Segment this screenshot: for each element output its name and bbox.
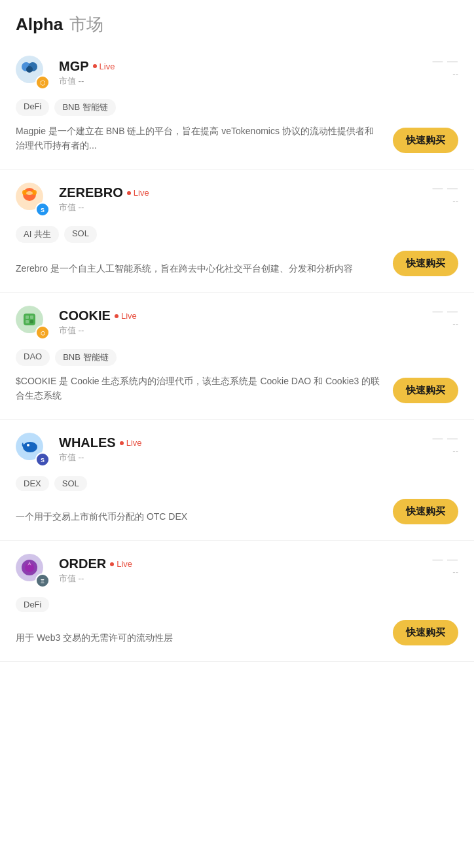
right-value-whales: -- [452, 446, 458, 456]
name-row-whales: WHALES Live [59, 435, 142, 450]
card-body-order: 用于 Web3 交易的无需许可的流动性层 快速购买 [16, 620, 458, 645]
token-name-order: ORDER [59, 556, 106, 571]
more-icon-mgp[interactable]: — — [433, 56, 458, 67]
card-right-whales: — — -- [433, 433, 458, 456]
name-row-zerebro: ZEREBRO Live [59, 185, 149, 200]
tags-row-order: DeFi [16, 597, 458, 612]
name-row-mgp: MGP Live [59, 59, 115, 74]
svg-text:S: S [41, 457, 45, 463]
live-dot-order [110, 562, 114, 566]
token-card-order: Ξ ORDER Live 市值 -- [0, 541, 474, 662]
card-top-whales: S WHALES Live 市值 -- [16, 433, 458, 467]
tags-row-zerebro: AI 共生SOL [16, 226, 458, 243]
card-right-order: — — -- [433, 554, 458, 577]
card-body-cookie: $COOKIE 是 Cookie 生态系统内的治理代币，该生态系统是 Cooki… [16, 374, 458, 403]
svg-point-10 [26, 191, 33, 195]
tag-whales: DEX [16, 476, 49, 491]
token-list: ⬡ MGP Live 市值 -- [0, 43, 474, 662]
description-zerebro: Zerebro 是一个自主人工智能系统，旨在跨去中心化社交平台创建、分发和分析内… [16, 261, 382, 276]
market-cap-cookie: 市值 -- [59, 325, 137, 336]
live-dot-zerebro [127, 191, 131, 195]
token-info-whales: WHALES Live 市值 -- [59, 435, 142, 463]
token-info-order: ORDER Live 市值 -- [59, 556, 132, 585]
card-left-cookie: ⬡ COOKIE Live 市值 -- [16, 306, 433, 340]
description-cookie: $COOKIE 是 Cookie 生态系统内的治理代币，该生态系统是 Cooki… [16, 374, 382, 403]
tag-order: DeFi [16, 597, 49, 612]
svg-text:⬡: ⬡ [41, 331, 45, 336]
logo-cookie: ⬡ [16, 306, 50, 340]
more-icon-cookie[interactable]: — — [433, 306, 458, 317]
token-name-whales: WHALES [59, 435, 116, 450]
live-dot-cookie [115, 314, 119, 318]
token-info-mgp: MGP Live 市值 -- [59, 59, 115, 87]
buy-button-zerebro[interactable]: 快速购买 [393, 251, 458, 276]
card-right-mgp: — — -- [433, 56, 458, 79]
svg-text:S: S [41, 207, 45, 213]
right-value-order: -- [452, 567, 458, 577]
market-cap-whales: 市值 -- [59, 452, 142, 463]
buy-button-order[interactable]: 快速购买 [393, 620, 458, 645]
right-value-mgp: -- [452, 69, 458, 79]
token-name-zerebro: ZEREBRO [59, 185, 123, 200]
logo-zerebro: S [16, 183, 50, 217]
svg-rect-14 [24, 314, 35, 325]
page-header: Alpha 市场 [0, 0, 474, 43]
logo-order: Ξ [16, 554, 50, 588]
market-cap-mgp: 市值 -- [59, 75, 115, 87]
tag-cookie: DAO [16, 349, 50, 366]
card-right-cookie: — — -- [433, 306, 458, 329]
live-badge-order: Live [110, 559, 132, 569]
name-row-order: ORDER Live [59, 556, 132, 571]
description-order: 用于 Web3 交易的无需许可的流动性层 [16, 630, 382, 645]
token-info-cookie: COOKIE Live 市值 -- [59, 308, 137, 336]
tag-mgp: DeFi [16, 99, 49, 116]
buy-button-whales[interactable]: 快速购买 [393, 499, 458, 524]
live-badge-mgp: Live [93, 62, 115, 71]
svg-text:⬡: ⬡ [40, 79, 46, 86]
svg-rect-17 [26, 320, 29, 323]
tag-zerebro: AI 共生 [16, 226, 59, 243]
market-cap-zerebro: 市值 -- [59, 202, 149, 213]
description-mgp: Magpie 是一个建立在 BNB 链上的平台，旨在提高 veTokenomic… [16, 124, 382, 153]
live-badge-zerebro: Live [127, 188, 149, 198]
tags-row-cookie: DAOBNB 智能链 [16, 349, 458, 366]
svg-rect-18 [30, 320, 33, 323]
card-body-zerebro: Zerebro 是一个自主人工智能系统，旨在跨去中心化社交平台创建、分发和分析内… [16, 251, 458, 276]
svg-point-3 [26, 66, 33, 73]
right-value-zerebro: -- [452, 196, 458, 206]
card-left-order: Ξ ORDER Live 市值 -- [16, 554, 433, 588]
name-row-cookie: COOKIE Live [59, 308, 137, 323]
svg-rect-15 [26, 316, 29, 319]
svg-point-22 [23, 442, 37, 452]
tags-row-mgp: DeFiBNB 智能链 [16, 99, 458, 116]
more-icon-whales[interactable]: — — [433, 433, 458, 444]
live-dot-mgp [93, 64, 97, 68]
card-body-mgp: Magpie 是一个建立在 BNB 链上的平台，旨在提高 veTokenomic… [16, 124, 458, 153]
right-value-cookie: -- [452, 319, 458, 329]
token-name-cookie: COOKIE [59, 308, 111, 323]
logo-whales: S [16, 433, 50, 467]
page-title-alpha: Alpha [16, 14, 63, 35]
svg-point-23 [27, 444, 29, 446]
card-left-zerebro: S ZEREBRO Live 市值 -- [16, 183, 433, 217]
live-badge-whales: Live [120, 438, 142, 448]
buy-button-cookie[interactable]: 快速购买 [393, 378, 458, 403]
token-card-whales: S WHALES Live 市值 -- [0, 420, 474, 541]
tags-row-whales: DEXSOL [16, 476, 458, 491]
buy-button-mgp[interactable]: 快速购买 [393, 128, 458, 153]
more-icon-order[interactable]: — — [433, 554, 458, 566]
live-dot-whales [120, 441, 124, 445]
token-card-mgp: ⬡ MGP Live 市值 -- [0, 43, 474, 170]
token-info-zerebro: ZEREBRO Live 市值 -- [59, 185, 149, 213]
card-body-whales: 一个用于交易上市前代币分配的 OTC DEX 快速购买 [16, 499, 458, 524]
tag-whales: SOL [54, 476, 87, 491]
card-top-zerebro: S ZEREBRO Live 市值 -- [16, 183, 458, 217]
token-name-mgp: MGP [59, 59, 89, 74]
live-badge-cookie: Live [115, 311, 137, 321]
tag-zerebro: SOL [64, 226, 97, 243]
more-icon-zerebro[interactable]: — — [433, 183, 458, 194]
page-title-market: 市场 [69, 13, 103, 36]
card-top-mgp: ⬡ MGP Live 市值 -- [16, 56, 458, 90]
token-card-zerebro: S ZEREBRO Live 市值 -- [0, 170, 474, 293]
market-cap-order: 市值 -- [59, 573, 132, 585]
